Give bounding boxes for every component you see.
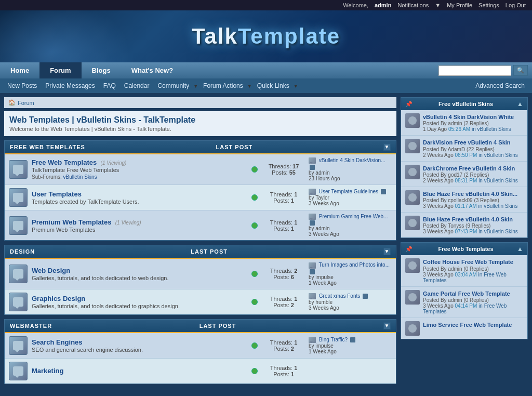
lastpost-title-search[interactable]: Bing Traffic? <box>319 337 348 342</box>
subnav-forum-actions-label[interactable]: Forum Actions <box>200 81 246 90</box>
page-title-section: Web Templates | vBulletin Skins - TalkTe… <box>4 111 396 136</box>
sidebar-post-title-3[interactable]: Blue Haze Free vBulletin 4.0 Skin... <box>423 191 517 197</box>
sidebar-templates-collapse[interactable]: ▲ <box>517 245 523 253</box>
forum-icon-search <box>9 336 28 355</box>
lastpost-title-webdesign[interactable]: Turn Images and Photos into... <box>319 262 390 268</box>
forum-info-marketing: Marketing <box>32 367 246 375</box>
subnav-faq[interactable]: FAQ <box>100 81 119 90</box>
subnav-new-posts[interactable]: New Posts <box>4 81 40 90</box>
search-button[interactable]: 🔍 <box>513 65 528 76</box>
sidebar-avatar-4 <box>405 216 420 230</box>
forum-status-graphics <box>250 299 259 305</box>
sidebar-skins-collapse[interactable]: ▲ <box>517 100 523 108</box>
search-area: 🔍 <box>438 65 532 76</box>
subnav-community-label[interactable]: Community <box>154 81 192 90</box>
sidebar-time-1: 2 Weeks Ago 06:50 PM in vBulletin Skins <box>423 152 518 158</box>
status-dot <box>251 271 258 277</box>
sidebar-tpost-title-0[interactable]: Coffee House Free Web Template <box>423 259 513 265</box>
sidebar-tmeta-1: Posted By admin (0 Replies) <box>423 297 489 303</box>
site-title-talk: Talk <box>192 24 238 48</box>
sub-nav: New Posts Private Messages FAQ Calendar … <box>0 78 532 93</box>
nav-tab-whatsnew[interactable]: What's New? <box>121 62 183 78</box>
sidebar-time-2: 2 Weeks Ago 08:31 PM in vBulletin Skins <box>423 178 518 183</box>
sidebar-time-3: 3 Weeks Ago 01:17 AM in vBulletin Skins <box>423 203 517 209</box>
subnav-community-dropdown[interactable]: Community▼ <box>154 82 198 89</box>
section-header-webmaster: Webmaster Last Post ▼ <box>5 320 396 332</box>
forum-viewing-premium: (1 Viewing) <box>115 220 141 226</box>
lastpost-title-free[interactable]: vBulletin 4 Skin DarkVision... <box>319 157 385 163</box>
breadcrumb-forum[interactable]: Forum <box>18 100 34 106</box>
community-arrow: ▼ <box>193 84 198 89</box>
subnav-calendar[interactable]: Calendar <box>121 81 153 90</box>
forum-bubble <box>13 341 23 350</box>
nav-tab-home[interactable]: Home <box>0 62 39 78</box>
subforum-link-vbulletin[interactable]: vBulletin Skins <box>63 174 97 180</box>
sidebar-skins-row-1: DarkVision Free vBulletin 4 Skin Posted … <box>401 136 527 161</box>
sidebar-meta-3: Posted By cpollack09 (3 Replies) <box>423 197 499 203</box>
collapse-btn-webmaster[interactable]: ▼ <box>383 322 391 329</box>
forum-status-user <box>250 194 259 201</box>
sidebar-skins-row-4: Blue Haze Free vBulletin 4.0 Skin Posted… <box>401 213 527 237</box>
post-icon <box>309 337 316 343</box>
sidebar-tpost-title-2[interactable]: Limo Service Free Web Template <box>423 322 512 328</box>
forum-status-free <box>250 166 259 173</box>
settings-link[interactable]: Settings <box>478 2 499 8</box>
lastpost-title-user[interactable]: User Template Guidelines <box>319 189 378 194</box>
logout-link[interactable]: Log Out <box>506 2 526 8</box>
go-icon[interactable] <box>381 189 386 194</box>
forum-name-premium[interactable]: Premium Web Templates <box>32 218 111 226</box>
forum-name-free[interactable]: Free Web Templates <box>32 159 97 166</box>
subnav-forum-actions-dropdown[interactable]: Forum Actions▼ <box>200 82 252 89</box>
collapse-btn-design[interactable]: ▼ <box>383 248 391 255</box>
forum-lastpost-search: Bing Traffic? by impulse 1 Week Ago <box>309 337 392 354</box>
avatar-inner <box>408 142 417 150</box>
posts-webdesign: 6 <box>291 274 294 280</box>
post-icon <box>309 189 316 195</box>
sidebar-avatar-0 <box>405 113 420 128</box>
sidebar-post-title-0[interactable]: vBulletin 4 Skin DarkVision White <box>423 114 514 120</box>
sidebar-post-title-4[interactable]: Blue Haze Free vBulletin 4.0 Skin <box>423 216 513 222</box>
threads-free: 17 <box>292 163 299 169</box>
advanced-search-link[interactable]: Advanced Search <box>472 81 528 90</box>
forum-name-marketing[interactable]: Marketing <box>32 367 63 375</box>
forum-name-user[interactable]: User Templates <box>32 190 82 198</box>
search-input[interactable] <box>438 65 511 76</box>
sidebar-tcontent-0: Coffee House Free Web Template Posted By… <box>423 258 523 283</box>
forum-status-premium <box>250 222 259 229</box>
username: admin <box>375 2 391 8</box>
sidebar-skins-row-2: DarkChrome Free vBulletin 4 Skin Posted … <box>401 162 527 187</box>
forum-desc-premium: Premium Web Templates <box>32 227 246 233</box>
go-icon[interactable] <box>363 294 368 299</box>
subnav-quick-links-dropdown[interactable]: Quick Links▼ <box>254 82 298 89</box>
forum-lastpost-graphics: Great xmas Fonts by humble 3 Weeks Ago <box>309 293 392 311</box>
sidebar-tpost-title-1[interactable]: Game Portal Free Web Template <box>423 291 510 297</box>
content-area: 🏠 Forum Web Templates | vBulletin Skins … <box>4 97 396 388</box>
sidebar-post-title-1[interactable]: DarkVision Free vBulletin 4 Skin <box>423 139 511 146</box>
forum-lastpost-free: vBulletin 4 Skin DarkVision... by admin … <box>309 157 392 181</box>
forum-name-graphics[interactable]: Graphics Design <box>32 295 85 302</box>
sidebar-templates-row-0: Coffee House Free Web Template Posted By… <box>401 255 527 286</box>
lastpost-time-premium: 3 Weeks Ago <box>309 231 339 237</box>
forum-name-search[interactable]: Search Engines <box>32 338 83 346</box>
nav-tab-forum[interactable]: Forum <box>39 62 81 78</box>
lastpost-title-premium[interactable]: Premium Gaming Free Web... <box>319 214 388 219</box>
subnav-private-messages[interactable]: Private Messages <box>42 81 98 90</box>
threads-search: 1 <box>294 339 297 346</box>
sidebar-post-title-2[interactable]: DarkChrome Free vBulletin 4 Skin <box>423 165 515 171</box>
posts-graphics: 2 <box>291 302 294 308</box>
status-dot <box>251 194 258 201</box>
site-title: TalkTemplate <box>192 24 340 49</box>
go-icon[interactable] <box>350 337 355 342</box>
section-free-web-templates: Free Web Templates Last Post ▼ Free Web … <box>4 140 396 241</box>
collapse-btn-free[interactable]: ▼ <box>383 143 391 151</box>
nav-tab-blogs[interactable]: Blogs <box>82 62 121 78</box>
sidebar-meta-4: Posted By Tonyss (9 Replies) <box>423 223 490 229</box>
lastpost-title-graphics[interactable]: Great xmas Fonts <box>319 293 360 299</box>
sidebar-time-0: 1 Day Ago 05:26 AM in vBulletin Skins <box>423 126 511 132</box>
forum-name-webdesign[interactable]: Web Design <box>32 267 70 274</box>
avatar-inner <box>408 193 417 202</box>
home-icon: 🏠 <box>8 99 16 106</box>
subnav-quick-links-label[interactable]: Quick Links <box>254 81 292 90</box>
my-profile-link[interactable]: My Profile <box>447 2 472 8</box>
notifications-btn[interactable]: Notifications <box>397 2 429 8</box>
